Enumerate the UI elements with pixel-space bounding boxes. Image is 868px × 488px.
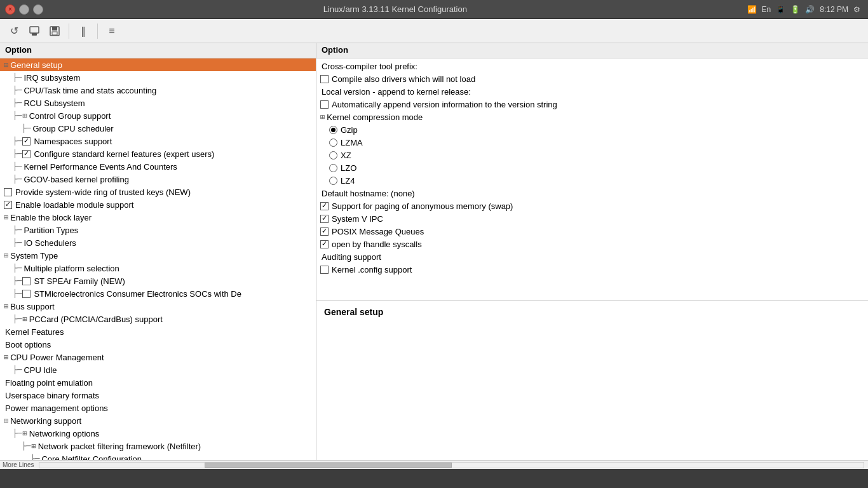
option-row[interactable]: POSIX Message Queues	[316, 225, 868, 238]
checkbox-unchecked[interactable]	[22, 290, 31, 298]
tree-item[interactable]: Provide system-wide ring of trusted keys…	[0, 186, 316, 198]
minimize-button[interactable]	[19, 4, 29, 15]
scrollbar-thumb[interactable]	[205, 463, 452, 468]
tree-item[interactable]: ├─CPU Idle	[0, 363, 316, 376]
expand-icon: ⊞	[22, 111, 27, 120]
tree-item[interactable]: ├─RCU Subsystem	[0, 97, 316, 109]
power-icon: ⚙	[853, 5, 860, 14]
tree-item-label: CPU/Task time and stats accounting	[24, 86, 156, 95]
load-button[interactable]	[25, 22, 43, 40]
tree-item-label: Floating point emulation	[5, 378, 93, 388]
radio-unchecked[interactable]	[329, 139, 337, 147]
checkbox-unchecked[interactable]	[22, 277, 31, 285]
option-row[interactable]: Automatically append version information…	[316, 98, 868, 111]
option-row[interactable]: XZ	[316, 149, 868, 161]
tree-item[interactable]: ├─STMicroelectronics Consumer Electronic…	[0, 287, 316, 300]
separator-2	[97, 24, 98, 39]
checkbox-checked[interactable]	[22, 137, 31, 146]
tree-item[interactable]: Kernel Features	[0, 325, 316, 338]
expand-icon: ⊞	[4, 416, 8, 425]
tree-item[interactable]: ├─⊞PCCard (PCMCIA/CardBus) support	[0, 313, 316, 325]
save-button[interactable]	[46, 22, 64, 40]
tree-item[interactable]: Userspace binary formats	[0, 389, 316, 402]
tree-item[interactable]: ├─Core Netfilter Configuration	[0, 452, 316, 460]
option-row[interactable]: LZO	[316, 161, 868, 174]
tree-item[interactable]: ⊞CPU Power Management	[0, 351, 316, 363]
radio-checked[interactable]	[329, 126, 337, 134]
tree-item[interactable]: ⊞Bus support	[0, 300, 316, 313]
option-row[interactable]: Support for paging of anonymous memory (…	[316, 200, 868, 212]
left-tree-pane: ⊞General setup├─IRQ subsystem├─CPU/Task …	[0, 58, 316, 460]
tree-item[interactable]: ├─IRQ subsystem	[0, 71, 316, 84]
tree-item[interactable]: ├─Namespaces support	[0, 135, 316, 147]
option-row[interactable]: Local version - append to kernel release…	[316, 85, 868, 98]
tree-item[interactable]: Boot options	[0, 338, 316, 351]
tree-item-label: Multiple platform selection	[24, 264, 119, 273]
option-label: Compile also drivers which will not load	[332, 74, 475, 84]
tree-item[interactable]: ├─Configure standard kernel features (ex…	[0, 147, 316, 160]
checkbox-checked[interactable]	[4, 201, 12, 209]
option-row[interactable]: Gzip	[316, 123, 868, 136]
maximize-button[interactable]	[33, 4, 43, 15]
option-row[interactable]: Default hostname: (none)	[316, 187, 868, 200]
checkbox-checked[interactable]	[22, 150, 31, 158]
tree-item[interactable]: ├─Multiple platform selection	[0, 262, 316, 274]
tree-item[interactable]: ├─⊞Networking options	[0, 427, 316, 440]
svg-rect-0	[30, 27, 39, 33]
branch-char: ├─	[13, 162, 22, 171]
close-button[interactable]: ×	[5, 4, 15, 15]
tree-item[interactable]: ├─CPU/Task time and stats accounting	[0, 84, 316, 97]
tree-item[interactable]: ⊞General setup	[0, 58, 316, 71]
checkbox-unchecked[interactable]	[4, 188, 12, 196]
option-row[interactable]: Cross-compiler tool prefix:	[316, 60, 868, 72]
tree-item-label: Configure standard kernel features (expe…	[34, 149, 214, 159]
tree-item[interactable]: Enable loadable module support	[0, 198, 316, 211]
horizontal-scrollbar[interactable]	[39, 462, 864, 468]
tree-item[interactable]: ⊞System Type	[0, 249, 316, 262]
split-button[interactable]: ‖	[74, 22, 92, 40]
bottom-scrollbar[interactable]: More Lines	[0, 460, 868, 469]
option-label: LZO	[341, 163, 356, 173]
tree-item[interactable]: Power management options	[0, 402, 316, 414]
option-row[interactable]: ⊞Kernel compression mode	[316, 111, 868, 123]
tree-item-label: Control Group support	[29, 111, 111, 121]
back-button[interactable]: ↺	[5, 22, 23, 40]
checkbox-unchecked[interactable]	[320, 266, 329, 274]
tree-item[interactable]: ⊞Enable the block layer	[0, 211, 316, 224]
option-row[interactable]: LZMA	[316, 136, 868, 149]
tree-item[interactable]: ├─IO Schedulers	[0, 236, 316, 249]
tree-item[interactable]: ├─Partition Types	[0, 224, 316, 236]
tree-item[interactable]: ├─⊞Control Group support	[0, 109, 316, 122]
branch-char: ├─	[13, 98, 22, 107]
tree-item[interactable]: ├─ST SPEAr Family (NEW)	[0, 274, 316, 287]
tree-item-label: Bus support	[10, 302, 54, 311]
option-row[interactable]: open by fhandle syscalls	[316, 238, 868, 250]
option-row[interactable]: Compile also drivers which will not load	[316, 72, 868, 85]
checkbox-checked[interactable]	[320, 202, 329, 210]
tree-item[interactable]: ⊞Networking support	[0, 414, 316, 427]
checkbox-checked[interactable]	[320, 227, 329, 236]
option-label: Automatically append version information…	[332, 100, 557, 109]
checkbox-unchecked[interactable]	[320, 75, 329, 83]
option-row[interactable]: System V IPC	[316, 212, 868, 225]
checkbox-checked[interactable]	[320, 240, 329, 248]
checkbox-unchecked[interactable]	[320, 100, 329, 109]
option-row[interactable]: LZ4	[316, 174, 868, 187]
tree-item[interactable]: ├─⊞Network packet filtering framework (N…	[0, 440, 316, 452]
tree-item[interactable]: ├─Group CPU scheduler	[0, 122, 316, 135]
checkbox-checked[interactable]	[320, 215, 329, 223]
branch-char: ├─	[13, 315, 22, 323]
system-tray: 📶 En 📱 🔋 🔊 8:12 PM ⚙	[747, 5, 863, 14]
radio-unchecked[interactable]	[329, 164, 337, 172]
tree-item-label: GCOV-based kernel profiling	[24, 175, 128, 184]
option-row[interactable]: Auditing support	[316, 250, 868, 263]
option-row[interactable]: Kernel .config support	[316, 263, 868, 276]
tree-item-label: Enable loadable module support	[15, 200, 133, 210]
window-title: Linux/arm 3.13.11 Kernel Configuration	[43, 4, 747, 14]
tree-item[interactable]: Floating point emulation	[0, 376, 316, 389]
tree-item[interactable]: ├─Kernel Performance Events And Counters	[0, 160, 316, 173]
expand-button[interactable]: ≡	[103, 22, 121, 40]
tree-item[interactable]: ├─GCOV-based kernel profiling	[0, 173, 316, 186]
radio-unchecked[interactable]	[329, 177, 337, 185]
radio-unchecked[interactable]	[329, 151, 337, 159]
